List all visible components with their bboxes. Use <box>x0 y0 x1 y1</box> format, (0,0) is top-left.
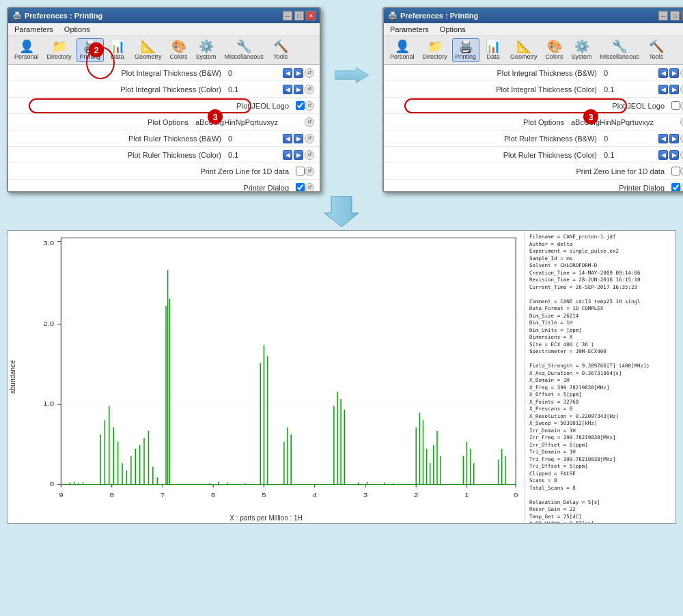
menu-options-right[interactable]: Options <box>438 25 468 34</box>
toolbar-printing-right[interactable]: 🖨️ Printing <box>452 38 480 62</box>
toolbar-system-right[interactable]: ⚙️ System <box>568 38 596 62</box>
toolbar-colors-left[interactable]: 🎨 Colors <box>167 38 191 62</box>
checkbox-zero-line-left[interactable] <box>296 167 305 176</box>
reset-ruler-bw-left[interactable]: ↺ <box>305 134 314 143</box>
value-integral-bw-right: 0 <box>604 69 658 77</box>
label-plot-options-left: Plot Options <box>14 118 195 126</box>
decrement-integral-bw-left[interactable]: ◀ <box>283 68 292 78</box>
minimize-button[interactable]: — <box>283 11 292 20</box>
decrement-integral-bw-right[interactable]: ◀ <box>658 68 668 78</box>
increment-integral-bw-right[interactable]: ▶ <box>669 68 679 78</box>
reset-jeol-right[interactable]: ↺ <box>680 101 683 111</box>
reset-ruler-bw-right[interactable]: ↺ <box>680 134 683 143</box>
toolbar-data-left[interactable]: 📊 Data <box>105 38 130 62</box>
down-arrow-container <box>0 196 683 227</box>
toolbar-directory-left[interactable]: 📁 Directory <box>44 38 75 62</box>
toolbar-geometry-right[interactable]: 📐 Geometry <box>507 38 541 62</box>
setting-row-jeol-logo-left: Plot JEOL Logo ↺ <box>8 98 320 114</box>
increment-ruler-color-right[interactable]: ▶ <box>669 150 679 160</box>
reset-zero-left[interactable]: ↺ <box>305 167 314 176</box>
value-plot-options-left: aBcCefgHinNpPqrtuvxyz <box>195 118 305 126</box>
toolbar-misc-right[interactable]: 🔧 Miscellaneous <box>597 38 643 62</box>
increment-integral-bw-left[interactable]: ▶ <box>294 68 303 78</box>
reset-integral-color-left[interactable]: ↺ <box>305 85 314 94</box>
controls-printer-left: ↺ <box>305 183 314 192</box>
printing-icon: 🖨️ <box>83 40 98 53</box>
svg-text:9: 9 <box>59 491 64 499</box>
checkbox-printer-dialog-left[interactable] <box>296 183 305 191</box>
increment-ruler-bw-left[interactable]: ▶ <box>294 134 303 143</box>
data-icon: 📊 <box>110 40 125 53</box>
svg-marker-0 <box>335 68 369 83</box>
increment-integral-color-right[interactable]: ▶ <box>669 85 679 94</box>
toolbar-personal-left[interactable]: 👤 Personal <box>11 38 42 62</box>
value-integral-color-left: 0.1 <box>228 85 283 94</box>
personal-label-right: Personal <box>390 53 415 60</box>
reset-plot-options-left[interactable]: ↺ <box>305 117 314 127</box>
restore-button-right[interactable]: □ <box>670 11 680 20</box>
checkbox-printer-dialog-right[interactable] <box>671 183 680 191</box>
toolbar-tools-left[interactable]: 🔨 Tools <box>268 38 293 62</box>
reset-integral-bw-right[interactable]: ↺ <box>680 68 683 78</box>
toolbar-directory-right[interactable]: 📁 Directory <box>419 38 451 62</box>
right-title: 🖨️ Preferences : Printing <box>388 12 478 20</box>
menu-parameters-left[interactable]: Parameters <box>12 25 55 34</box>
directory-icon: 📁 <box>52 40 67 53</box>
increment-integral-color-left[interactable]: ▶ <box>294 85 303 94</box>
checkbox-jeol-logo-left[interactable] <box>296 101 305 110</box>
svg-text:7: 7 <box>161 491 165 499</box>
restore-button[interactable]: □ <box>294 11 304 20</box>
decrement-integral-color-left[interactable]: ◀ <box>283 85 292 94</box>
directory-label: Directory <box>47 53 72 60</box>
reset-printer-right[interactable]: ↺ <box>680 183 683 192</box>
reset-integral-bw-left[interactable]: ↺ <box>305 68 314 78</box>
misc-label-right: Miscellaneous <box>600 53 639 60</box>
info-line-20: X_Freq = 399.78219838[MHz] <box>529 384 671 392</box>
toolbar-tools-right[interactable]: 🔨 Tools <box>644 38 669 62</box>
increment-ruler-bw-right[interactable]: ▶ <box>669 134 679 143</box>
printer-icon-small: 🖨️ <box>12 12 22 20</box>
toolbar-system-left[interactable]: ⚙️ System <box>193 38 220 62</box>
checkbox-jeol-logo-right[interactable] <box>671 101 680 110</box>
setting-row-printer-dialog-left: Printer Dialog ↺ <box>8 180 320 191</box>
directory-label-right: Directory <box>423 53 447 60</box>
data-label: Data <box>111 53 124 60</box>
svg-text:4: 4 <box>313 491 318 499</box>
setting-row-ruler-bw-left: Plot Ruler Thickness (B&W) 0 ◀ ▶ ↺ <box>8 130 320 147</box>
decrement-ruler-color-right[interactable]: ◀ <box>658 150 668 160</box>
decrement-ruler-bw-right[interactable]: ◀ <box>658 134 668 143</box>
reset-printer-left[interactable]: ↺ <box>305 183 314 192</box>
left-title: 🖨️ Preferences : Printing <box>12 12 102 20</box>
increment-ruler-color-left[interactable]: ▶ <box>294 150 303 160</box>
close-button[interactable]: ✕ <box>306 11 316 20</box>
info-line-27: Irr_Freq = 399.78219838[MHz] <box>529 434 671 442</box>
label-printer-dialog-right: Printer Dialog <box>389 184 671 192</box>
toolbar-data-right[interactable]: 📊 Data <box>481 38 505 62</box>
geometry-label-right: Geometry <box>510 53 538 60</box>
info-line-26: Irr_Domain = 1H <box>529 428 671 435</box>
reset-integral-color-right[interactable]: ↺ <box>680 85 683 94</box>
reset-jeol-left[interactable]: ↺ <box>305 101 314 111</box>
toolbar-colors-right[interactable]: 🎨 Colors <box>542 38 567 62</box>
menu-parameters-right[interactable]: Parameters <box>388 25 431 34</box>
info-line-13: Dim_Units = [ppm] <box>529 327 671 335</box>
reset-zero-right[interactable]: ↺ <box>680 167 683 176</box>
menu-options-left[interactable]: Options <box>62 25 92 34</box>
reset-plot-options-right[interactable]: ↺ <box>680 117 683 127</box>
label-zero-line-right: Print Zero Line for 1D data <box>389 167 671 176</box>
right-content-area: Plot Integral Thickness (B&W) 0 ◀ ▶ ↺ Pl… <box>384 65 683 191</box>
minimize-button-right[interactable]: — <box>658 11 668 20</box>
reset-ruler-color-left[interactable]: ↺ <box>305 150 314 160</box>
info-line-8: Current_Time = 26-SEP-2017 16:35:23 <box>529 284 671 292</box>
toolbar-personal-right[interactable]: 👤 Personal <box>387 38 418 62</box>
toolbar-misc-left[interactable]: 🔧 Miscellaneous <box>221 38 267 62</box>
decrement-integral-color-right[interactable]: ◀ <box>658 85 668 94</box>
checkbox-zero-line-right[interactable] <box>671 167 680 176</box>
reset-ruler-color-right[interactable]: ↺ <box>680 150 683 160</box>
decrement-ruler-bw-left[interactable]: ◀ <box>283 134 292 143</box>
value-ruler-color-left: 0.1 <box>228 151 283 159</box>
toolbar-printing-left[interactable]: 🖨️ Printing <box>76 38 104 62</box>
decrement-ruler-color-left[interactable]: ◀ <box>283 150 292 160</box>
label-printer-dialog-left: Printer Dialog <box>14 184 296 192</box>
toolbar-geometry-left[interactable]: 📐 Geometry <box>131 38 165 62</box>
